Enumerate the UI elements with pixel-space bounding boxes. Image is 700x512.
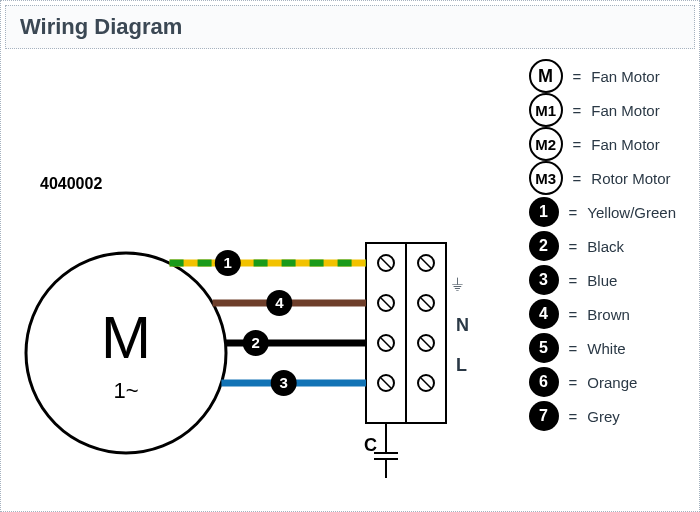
legend-symbol-number: 5 bbox=[529, 333, 559, 363]
legend-row-num-3: 3=Blue bbox=[529, 263, 676, 297]
title-bar: Wiring Diagram bbox=[5, 5, 695, 49]
legend-symbol-motor: M3 bbox=[529, 161, 563, 195]
legend-row-motor-M2: M2=Fan Motor bbox=[529, 127, 676, 161]
legend-row-num-7: 7=Grey bbox=[529, 399, 676, 433]
svg-text:3: 3 bbox=[280, 374, 288, 391]
legend-symbol-number: 4 bbox=[529, 299, 559, 329]
motor-phase: 1~ bbox=[113, 378, 138, 403]
legend-text: Brown bbox=[587, 306, 630, 323]
legend-text: Grey bbox=[587, 408, 620, 425]
legend-row-num-1: 1=Yellow/Green bbox=[529, 195, 676, 229]
legend-row-motor-M3: M3=Rotor Motor bbox=[529, 161, 676, 195]
neutral-label: N bbox=[456, 315, 469, 336]
legend-symbol-motor: M bbox=[529, 59, 563, 93]
legend-text: Orange bbox=[587, 374, 637, 391]
legend-text: Black bbox=[587, 238, 624, 255]
diagram-frame: Wiring Diagram 4040002 M1~1423C ⏚ N L M=… bbox=[0, 0, 700, 512]
legend-symbol-motor: M1 bbox=[529, 93, 563, 127]
legend-row-motor-M: M=Fan Motor bbox=[529, 59, 676, 93]
svg-text:2: 2 bbox=[252, 334, 260, 351]
legend-symbol-number: 1 bbox=[529, 197, 559, 227]
legend-text: Fan Motor bbox=[591, 68, 659, 85]
earth-symbol: ⏚ bbox=[452, 273, 463, 294]
svg-text:1: 1 bbox=[224, 254, 232, 271]
legend-symbol-number: 7 bbox=[529, 401, 559, 431]
svg-text:4: 4 bbox=[275, 294, 284, 311]
legend-row-num-5: 5=White bbox=[529, 331, 676, 365]
legend-text: White bbox=[587, 340, 625, 357]
legend: M=Fan MotorM1=Fan MotorM2=Fan MotorM3=Ro… bbox=[529, 59, 676, 433]
legend-row-motor-M1: M1=Fan Motor bbox=[529, 93, 676, 127]
legend-symbol-number: 3 bbox=[529, 265, 559, 295]
legend-row-num-2: 2=Black bbox=[529, 229, 676, 263]
motor-label: M bbox=[101, 304, 151, 371]
legend-text: Fan Motor bbox=[591, 102, 659, 119]
legend-text: Yellow/Green bbox=[587, 204, 676, 221]
capacitor-label: C bbox=[364, 435, 377, 455]
legend-symbol-number: 2 bbox=[529, 231, 559, 261]
legend-row-num-4: 4=Brown bbox=[529, 297, 676, 331]
legend-symbol-number: 6 bbox=[529, 367, 559, 397]
legend-row-num-6: 6=Orange bbox=[529, 365, 676, 399]
legend-text: Blue bbox=[587, 272, 617, 289]
line-label: L bbox=[456, 355, 467, 376]
diagram-content: 4040002 M1~1423C ⏚ N L M=Fan MotorM1=Fan… bbox=[6, 53, 696, 508]
legend-text: Rotor Motor bbox=[591, 170, 670, 187]
legend-symbol-motor: M2 bbox=[529, 127, 563, 161]
page-title: Wiring Diagram bbox=[20, 14, 680, 40]
legend-text: Fan Motor bbox=[591, 136, 659, 153]
